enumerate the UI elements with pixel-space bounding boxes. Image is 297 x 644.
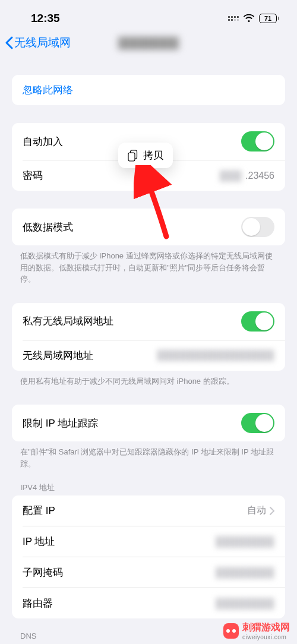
status-bar: 12:35 71	[0, 0, 297, 29]
auto-join-toggle[interactable]	[241, 131, 274, 151]
private-addr-toggle[interactable]	[241, 311, 274, 332]
watermark: 刺猬游戏网 ciweiyouxi.com	[223, 621, 290, 640]
router-label: 路由器	[23, 596, 53, 610]
wifi-addr-row[interactable]: 无线局域网地址 ████████████████	[23, 340, 285, 371]
lowdata-label: 低数据模式	[23, 220, 73, 234]
private-addr-label: 私有无线局域网地址	[23, 314, 113, 328]
subnet-value: ████████	[216, 567, 274, 578]
subnet-row: 子网掩码 ████████	[23, 557, 285, 588]
ip-address-value: ████████	[216, 536, 274, 547]
watermark-text: 刺猬游戏网	[242, 621, 290, 634]
ipv4-header: IPV4 地址	[20, 482, 277, 493]
battery-icon: 71	[259, 14, 279, 23]
private-footer: 使用私有地址有助于减少不同无线局域网间对 iPhone 的跟踪。	[20, 375, 277, 387]
password-label: 密码	[23, 169, 43, 182]
wifi-addr-value: ████████████████	[157, 350, 274, 361]
back-button[interactable]: 无线局域网	[5, 35, 71, 50]
lowdata-footer: 低数据模式有助于减少 iPhone 通过蜂窝网络或你选择的特定无线局域网使用的数…	[20, 250, 277, 285]
router-row: 路由器 ████████	[23, 588, 285, 618]
router-value: ████████	[216, 598, 274, 609]
configure-ip-value: 自动	[247, 504, 274, 517]
forget-network-button[interactable]: 忽略此网络	[12, 75, 285, 105]
wifi-icon	[243, 14, 255, 23]
section-forget: 忽略此网络	[12, 75, 285, 105]
limit-ip-label: 限制 IP 地址跟踪	[23, 416, 98, 430]
nav-bar: 无线局域网 ████████	[0, 29, 297, 57]
lowdata-row: 低数据模式	[12, 209, 285, 245]
subnet-label: 子网掩码	[23, 566, 63, 579]
wifi-addr-label: 无线局域网地址	[23, 349, 93, 362]
watermark-url: ciweiyouxi.com	[242, 634, 290, 640]
ip-address-row: IP 地址 ████████	[23, 526, 285, 557]
configure-ip-label: 配置 IP	[23, 504, 55, 517]
chevron-right-icon	[270, 507, 274, 515]
lowdata-toggle[interactable]	[241, 217, 274, 237]
auto-join-label: 自动加入	[23, 135, 63, 149]
status-time: 12:35	[31, 12, 60, 25]
status-right: 71	[228, 14, 279, 23]
copy-icon	[128, 150, 138, 162]
watermark-logo-icon	[223, 623, 239, 639]
back-label: 无线局域网	[14, 35, 71, 50]
copy-popover[interactable]: 拷贝	[118, 143, 173, 168]
private-addr-row: 私有无线局域网地址	[12, 303, 285, 340]
svg-rect-1	[128, 153, 135, 161]
limit-ip-toggle[interactable]	[241, 413, 274, 433]
chevron-left-icon	[5, 36, 13, 49]
limit-ip-row: 限制 IP 地址跟踪	[12, 405, 285, 441]
section-private: 私有无线局域网地址 无线局域网地址 ████████████████	[12, 303, 285, 371]
limit-footer: 在"邮件"和 Safari 浏览器中对已知跟踪器隐藏你的 IP 地址来限制 IP…	[20, 446, 277, 469]
signal-icon	[228, 16, 239, 21]
configure-ip-row[interactable]: 配置 IP 自动	[12, 495, 285, 526]
section-limit: 限制 IP 地址跟踪	[12, 405, 285, 441]
password-value: ███.23456	[220, 171, 274, 181]
section-ipv4: 配置 IP 自动 IP 地址 ████████ 子网掩码 ████████ 路由…	[12, 495, 285, 618]
ip-address-label: IP 地址	[23, 535, 55, 548]
section-lowdata: 低数据模式	[12, 209, 285, 245]
forget-label: 忽略此网络	[23, 83, 73, 97]
copy-label: 拷贝	[143, 149, 163, 162]
